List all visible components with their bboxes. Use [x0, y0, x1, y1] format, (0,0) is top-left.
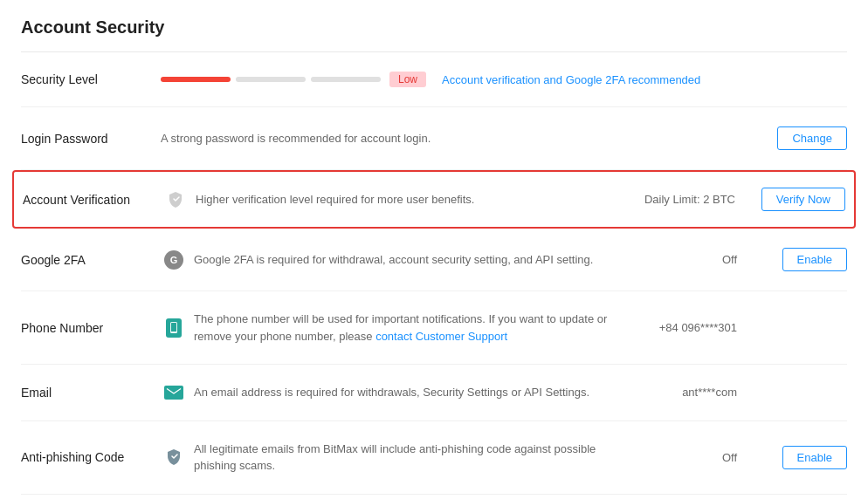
- anti-phishing-label: Anti-phishing Code: [21, 450, 161, 464]
- security-level-row: Security Level Low Account verification …: [21, 52, 847, 107]
- security-level-badge: Low: [389, 72, 426, 87]
- anti-phishing-icon-container: [161, 448, 187, 467]
- security-recommendation: Account verification and Google 2FA reco…: [442, 73, 700, 86]
- enable-2fa-button[interactable]: Enable: [782, 248, 847, 271]
- phone-number-label: Phone Number: [21, 321, 161, 335]
- account-verification-status: Daily Limit: 2 BTC: [627, 193, 749, 206]
- phone-number-description: The phone number will be used for import…: [194, 311, 629, 345]
- google-2fa-label: Google 2FA: [21, 253, 161, 267]
- email-icon-container: [161, 386, 187, 400]
- security-bar-3: [311, 77, 381, 82]
- email-description: An email address is required for withdra…: [194, 384, 629, 401]
- google-2fa-row: Google 2FA G Google 2FA is required for …: [21, 229, 847, 291]
- enable-antiphishing-button[interactable]: Enable: [782, 446, 847, 469]
- anti-phishing-status: Off: [629, 451, 751, 464]
- google-icon: G: [164, 250, 183, 270]
- account-verification-action: Verify Now: [749, 188, 845, 211]
- svg-point-2: [173, 332, 175, 333]
- account-verification-description: Higher verification level required for m…: [196, 191, 627, 208]
- anti-phishing-description: All legitimate emails from BitMax will i…: [194, 441, 629, 475]
- login-password-label: Login Password: [21, 132, 161, 146]
- google-2fa-description: Google 2FA is required for withdrawal, a…: [194, 251, 629, 269]
- shield-icon: [166, 190, 185, 209]
- security-level-label: Security Level: [21, 72, 161, 86]
- account-security-page: Account Security Security Level Low Acco…: [0, 0, 868, 499]
- shield-blue-icon: [164, 448, 183, 467]
- login-password-description: A strong password is recommended for acc…: [161, 130, 629, 147]
- email-label: Email: [21, 386, 161, 400]
- login-password-row: Login Password A strong password is reco…: [21, 107, 847, 170]
- phone-icon-container: [161, 318, 187, 338]
- security-bar-1: [161, 77, 231, 82]
- phone-icon: [166, 318, 182, 338]
- google-icon-container: G: [161, 250, 187, 270]
- email-icon: [164, 386, 183, 400]
- email-row: Email An email address is required for w…: [21, 365, 847, 421]
- account-verification-label: Account Verification: [23, 193, 162, 207]
- phone-number-row: Phone Number The phone number will be us…: [21, 291, 847, 365]
- security-bar-area: Low Account verification and Google 2FA …: [161, 72, 847, 87]
- verification-icon-container: [162, 190, 189, 209]
- google-2fa-status: Off: [629, 253, 751, 266]
- anti-phishing-action: Enable: [751, 446, 847, 469]
- anti-phishing-row: Anti-phishing Code All legitimate emails…: [21, 421, 847, 495]
- contact-support-link[interactable]: contact Customer Support: [375, 330, 507, 343]
- change-password-button[interactable]: Change: [777, 126, 847, 150]
- verify-now-button[interactable]: Verify Now: [761, 188, 845, 211]
- svg-rect-3: [166, 387, 182, 398]
- phone-number-status: +84 096****301: [629, 321, 751, 334]
- security-bar-2: [236, 77, 306, 82]
- account-verification-row: Account Verification Higher verification…: [12, 170, 856, 229]
- login-password-action: Change: [751, 126, 847, 150]
- google-2fa-action: Enable: [751, 248, 847, 271]
- page-title: Account Security: [21, 17, 847, 38]
- email-status: ant****com: [629, 386, 751, 399]
- svg-rect-1: [171, 323, 176, 332]
